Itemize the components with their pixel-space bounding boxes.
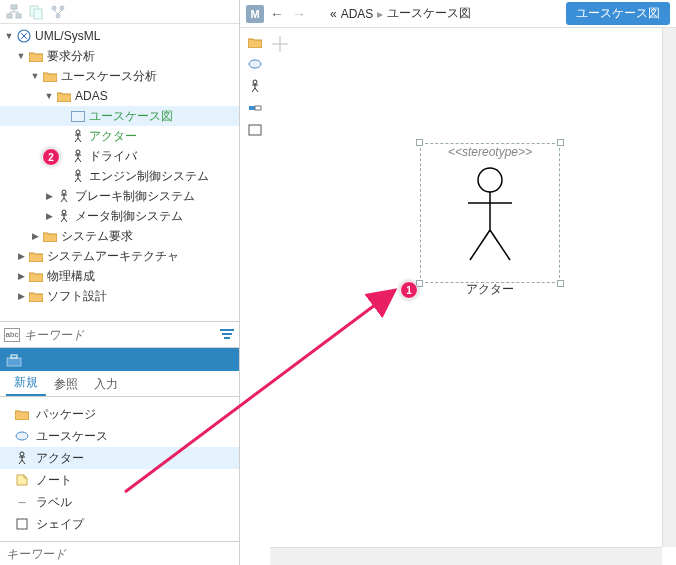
create-panel-tabs: 新規 参照 入力 (0, 371, 239, 397)
tree-item-req-analysis[interactable]: ▼ 要求分析 (0, 46, 239, 66)
pal-folder[interactable] (246, 34, 264, 50)
toolbox-icon (6, 353, 22, 367)
folder-icon (29, 291, 43, 302)
pal-rect[interactable] (246, 122, 264, 138)
create-list: パッケージ ユースケース アクター ノート ─ ラベル シェイプ (0, 397, 239, 541)
tree-item-engine[interactable]: エンジン制御システム (0, 166, 239, 186)
tree-item-driver[interactable]: ドライバ (0, 146, 239, 166)
folder-icon (29, 51, 43, 62)
actor-icon (56, 189, 72, 203)
scroll-horizontal[interactable] (270, 547, 662, 565)
svg-rect-16 (224, 337, 230, 339)
tree-item-system-req[interactable]: ▶ システム要求 (0, 226, 239, 246)
pal-actor[interactable] (246, 78, 264, 94)
stereotype-label: <<stereotype>> (420, 145, 560, 159)
svg-rect-17 (7, 358, 21, 366)
svg-point-11 (76, 170, 80, 174)
nav-back-button[interactable]: ← (268, 6, 286, 22)
svg-rect-26 (249, 125, 261, 135)
actor-icon (70, 129, 86, 143)
create-item-note[interactable]: ノート (0, 469, 239, 491)
filter-icon[interactable] (219, 327, 235, 343)
hierarchy-icon[interactable] (6, 4, 22, 20)
actor-icon (70, 169, 86, 183)
svg-rect-14 (220, 329, 234, 331)
annotation-badge-2: 2 (42, 148, 60, 166)
create-search-input[interactable] (6, 547, 233, 561)
diagram-type-tag[interactable]: ユースケース図 (566, 2, 670, 25)
svg-line-30 (470, 230, 490, 260)
svg-point-19 (16, 432, 28, 440)
tab-new[interactable]: 新規 (6, 370, 46, 396)
svg-rect-2 (16, 14, 21, 18)
actor-icon (16, 451, 28, 465)
left-toolbar (0, 0, 239, 24)
tree-root[interactable]: ▼ UML/SysML (0, 26, 239, 46)
model-badge[interactable]: M (246, 5, 264, 23)
label-icon: ─ (18, 497, 25, 508)
crumb-adas[interactable]: ADAS (341, 7, 374, 21)
canvas-actor-element[interactable]: <<stereotype>> アクター (420, 143, 560, 283)
tree-item-usecase-diagram[interactable]: ユースケース図 (0, 106, 239, 126)
crumb-prefix: « (330, 7, 337, 21)
create-search-bar (0, 541, 239, 565)
svg-point-5 (52, 6, 56, 10)
text-mode-icon[interactable]: abc (4, 328, 20, 342)
svg-point-23 (253, 80, 257, 84)
create-item-actor[interactable]: アクター (0, 447, 239, 469)
svg-point-7 (56, 14, 60, 18)
tree-icon[interactable] (50, 4, 66, 20)
canvas-actor-label[interactable]: アクター (420, 281, 560, 298)
shape-icon (16, 518, 28, 530)
annotation-badge-1: 1 (400, 281, 418, 299)
folder-icon (43, 71, 57, 82)
tree-item-phys-struct[interactable]: ▶ 物理構成 (0, 266, 239, 286)
tab-input[interactable]: 入力 (86, 372, 126, 396)
svg-point-10 (76, 150, 80, 154)
model-tree[interactable]: ▼ UML/SysML ▼ 要求分析 ▼ ユースケース分析 ▼ ADAS (0, 24, 239, 321)
crumb-usecase-diagram[interactable]: ユースケース図 (387, 5, 471, 22)
svg-rect-25 (255, 106, 261, 110)
tree-search-input[interactable] (24, 328, 215, 342)
tree-item-system-arch[interactable]: ▶ システムアーキテクチャ (0, 246, 239, 266)
svg-rect-4 (34, 9, 42, 19)
svg-point-6 (60, 6, 64, 10)
diagram-palette (240, 28, 270, 565)
pal-unknown1[interactable] (246, 100, 264, 116)
folder-icon (15, 409, 29, 420)
svg-rect-0 (11, 5, 17, 9)
cursor-crosshair-icon (270, 34, 290, 54)
folder-icon (29, 271, 43, 282)
create-panel-header (0, 347, 239, 371)
pal-usecase[interactable] (246, 56, 264, 72)
tree-item-usecase-analysis[interactable]: ▼ ユースケース分析 (0, 66, 239, 86)
svg-rect-18 (11, 355, 17, 358)
copy-icon[interactable] (28, 4, 44, 20)
diagram-icon (71, 111, 85, 122)
tree-item-meter[interactable]: ▶ メータ制御システム (0, 206, 239, 226)
nav-forward-button[interactable]: → (290, 6, 308, 22)
folder-icon (43, 231, 57, 242)
diagram-canvas[interactable]: <<stereotype>> アクター 1 (270, 28, 676, 565)
create-item-package[interactable]: パッケージ (0, 403, 239, 425)
svg-rect-15 (222, 333, 232, 335)
svg-point-20 (20, 452, 24, 456)
actor-figure (460, 165, 520, 265)
scroll-vertical[interactable] (662, 28, 676, 547)
tree-item-brake[interactable]: ▶ ブレーキ制御システム (0, 186, 239, 206)
tree-item-adas[interactable]: ▼ ADAS (0, 86, 239, 106)
create-item-shape[interactable]: シェイプ (0, 513, 239, 535)
note-icon (16, 474, 28, 486)
create-item-usecase[interactable]: ユースケース (0, 425, 239, 447)
svg-point-27 (478, 168, 502, 192)
crumb-sep: ▸ (377, 7, 383, 21)
usecase-icon (15, 431, 29, 441)
tab-ref[interactable]: 参照 (46, 372, 86, 396)
breadcrumb: « ADAS ▸ ユースケース図 (330, 5, 562, 22)
create-item-label[interactable]: ─ ラベル (0, 491, 239, 513)
actor-icon (70, 149, 86, 163)
tree-item-actor[interactable]: アクター (0, 126, 239, 146)
tree-item-soft-design[interactable]: ▶ ソフト設計 (0, 286, 239, 306)
svg-point-12 (62, 190, 66, 194)
svg-point-13 (62, 210, 66, 214)
